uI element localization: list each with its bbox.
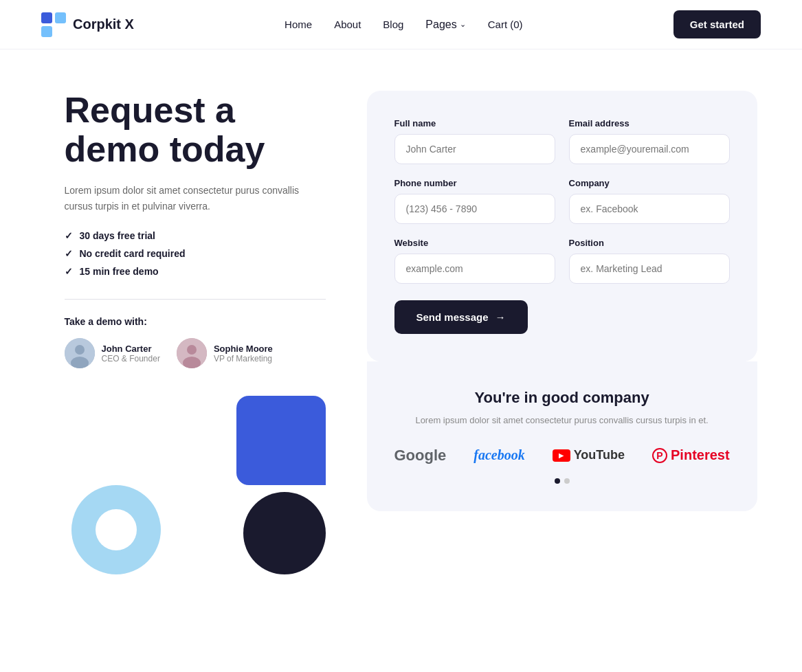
send-message-button[interactable]: Send message → xyxy=(394,300,528,334)
sophie-name: Sophie Moore xyxy=(214,344,273,354)
form-group-website: Website xyxy=(394,238,555,284)
navbar: Corpkit X Home About Blog Pages ⌄ Cart (… xyxy=(0,0,802,49)
form-card: Full name Email address Phone number Com… xyxy=(367,91,757,361)
pinterest-logo: P Pinterest xyxy=(652,447,730,463)
fullname-label: Full name xyxy=(394,118,555,128)
white-circle-shape xyxy=(96,509,137,550)
nav-about[interactable]: About xyxy=(334,19,361,30)
sophie-info: Sophie Moore VP of Marketing xyxy=(214,344,273,363)
demo-people: John Carter CEO & Founder Sophie Moore V… xyxy=(65,338,326,368)
dot-2[interactable] xyxy=(564,478,570,484)
section-divider xyxy=(65,299,326,300)
logo-icon xyxy=(41,12,66,37)
youtube-logo-text: YouTube xyxy=(574,448,625,462)
john-info: John Carter CEO & Founder xyxy=(102,344,160,363)
form-group-position: Position xyxy=(569,238,730,284)
logo-text: Corpkit X xyxy=(73,16,134,32)
demo-with-label: Take a demo with: xyxy=(65,316,326,327)
phone-input[interactable] xyxy=(394,194,555,224)
facebook-logo-text: facebook xyxy=(474,447,524,463)
decorative-shapes xyxy=(65,396,326,574)
phone-label: Phone number xyxy=(394,178,555,188)
nav-blog[interactable]: Blog xyxy=(383,19,403,30)
svg-point-1 xyxy=(75,345,85,355)
dark-circle-shape xyxy=(243,492,326,574)
person-sophie: Sophie Moore VP of Marketing xyxy=(177,338,273,368)
youtube-play-icon xyxy=(553,449,570,462)
facebook-logo: facebook xyxy=(474,447,524,463)
blue-square-shape xyxy=(236,396,326,485)
brand-logo-row: Google facebook YouTube P Pinterest xyxy=(394,447,730,464)
website-input[interactable] xyxy=(394,254,555,284)
main-content: Request a demo today Lorem ipsum dolor s… xyxy=(23,49,779,574)
arrow-icon: → xyxy=(495,311,506,323)
john-title: CEO & Founder xyxy=(102,354,160,363)
checklist: ✓ 30 days free trial ✓ No credit card re… xyxy=(65,230,326,277)
form-group-company: Company xyxy=(569,178,730,224)
john-name: John Carter xyxy=(102,344,160,354)
pinterest-logo-text: Pinterest xyxy=(671,447,730,463)
nav-links: Home About Blog Pages ⌄ Cart (0) xyxy=(285,19,522,31)
form-grid: Full name Email address Phone number Com… xyxy=(394,118,730,284)
hero-section: Request a demo today Lorem ipsum dolor s… xyxy=(65,91,326,574)
form-and-logos-section: Full name Email address Phone number Com… xyxy=(367,91,757,511)
logos-section: You're in good company Lorem ipsum dolor… xyxy=(367,361,757,511)
nav-cart[interactable]: Cart (0) xyxy=(488,19,523,30)
chevron-down-icon: ⌄ xyxy=(460,20,466,29)
pinterest-p-icon: P xyxy=(652,448,667,463)
avatar-john xyxy=(65,338,95,368)
get-started-button[interactable]: Get started xyxy=(673,10,761,38)
position-label: Position xyxy=(569,238,730,248)
hero-title: Request a demo today xyxy=(65,91,326,169)
form-group-fullname: Full name xyxy=(394,118,555,164)
avatar-sophie xyxy=(177,338,207,368)
email-label: Email address xyxy=(569,118,730,128)
email-input[interactable] xyxy=(569,134,730,164)
form-group-phone: Phone number xyxy=(394,178,555,224)
checklist-item-3: ✓ 15 min free demo xyxy=(65,266,326,277)
hero-description: Lorem ipsum dolor sit amet consectetur p… xyxy=(65,183,326,214)
position-input[interactable] xyxy=(569,254,730,284)
checklist-item-1: ✓ 30 days free trial xyxy=(65,230,326,241)
nav-home[interactable]: Home xyxy=(285,19,312,30)
youtube-logo: YouTube xyxy=(553,448,625,462)
check-icon-3: ✓ xyxy=(65,266,73,277)
check-icon-1: ✓ xyxy=(65,230,73,241)
website-label: Website xyxy=(394,238,555,248)
logos-wrapper: You're in good company Lorem ipsum dolor… xyxy=(394,389,730,484)
carousel-dots xyxy=(394,478,730,484)
person-john: John Carter CEO & Founder xyxy=(65,338,160,368)
logos-title: You're in good company xyxy=(394,389,730,407)
dot-1[interactable] xyxy=(555,478,560,484)
checklist-item-2: ✓ No credit card required xyxy=(65,248,326,259)
form-group-email: Email address xyxy=(569,118,730,164)
nav-pages-dropdown[interactable]: Pages ⌄ xyxy=(425,19,465,31)
company-label: Company xyxy=(569,178,730,188)
check-icon-2: ✓ xyxy=(65,248,73,259)
john-avatar-image xyxy=(65,338,95,368)
google-logo-text: Google xyxy=(394,447,447,464)
fullname-input[interactable] xyxy=(394,134,555,164)
sophie-title: VP of Marketing xyxy=(214,354,273,363)
logos-description: Lorem ipsum dolor sit amet consectetur p… xyxy=(394,414,730,427)
svg-point-4 xyxy=(187,345,197,355)
google-logo: Google xyxy=(394,447,447,464)
company-input[interactable] xyxy=(569,194,730,224)
logo[interactable]: Corpkit X xyxy=(41,12,134,37)
sophie-avatar-image xyxy=(177,338,207,368)
